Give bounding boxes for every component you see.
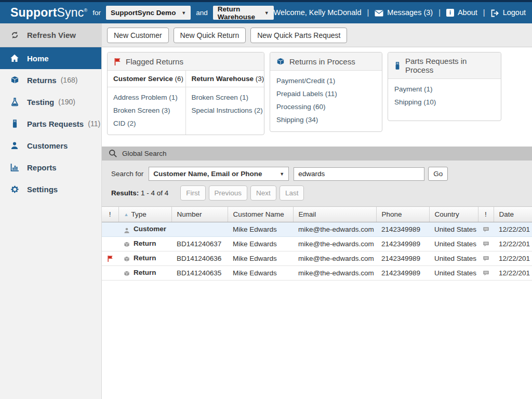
comment-icon — [478, 251, 494, 266]
col-comment[interactable]: ! — [478, 207, 494, 222]
row-type-cell: Return — [118, 266, 171, 281]
col-date[interactable]: Date — [494, 207, 532, 222]
rip-item[interactable]: Prepaid Labels (11) — [276, 87, 376, 100]
global-search-header: Global Search — [102, 147, 532, 161]
sidebar-item-testing[interactable]: Testing (190) — [0, 91, 101, 113]
prip-item[interactable]: Payment (1) — [394, 83, 495, 96]
chevron-down-icon: ▼ — [181, 10, 186, 16]
search-type-select[interactable]: Customer Name, Email or Phone ▼ — [149, 167, 289, 181]
row-email-cell: mike@the-edwards.com — [293, 266, 376, 281]
row-date-cell: 12/22/201 — [494, 237, 532, 251]
pager-previous-button[interactable]: Previous — [209, 185, 248, 201]
sidebar-item-reports[interactable]: Reports — [0, 156, 101, 178]
pager-last-button[interactable]: Last — [280, 185, 304, 201]
prip-item[interactable]: Shipping (10) — [394, 96, 495, 109]
app-logo: SupportSync® — [10, 6, 87, 20]
new-quick-parts-request-button[interactable]: New Quick Parts Request — [250, 28, 347, 43]
go-button[interactable]: Go — [428, 167, 448, 181]
table-row[interactable]: Customer Mike Edwards mike@the-edwards.c… — [102, 222, 532, 237]
tab-return-warehouse[interactable]: Return Warehouse (3) — [186, 71, 264, 87]
table-header-row: ! ▲Type Number Customer Name Email Phone… — [102, 207, 532, 222]
row-phone-cell: 2142349989 — [376, 222, 429, 237]
row-type-cell: Return — [118, 237, 171, 251]
flask-icon — [9, 98, 20, 107]
cube-icon — [276, 57, 285, 66]
col-type[interactable]: ▲Type — [118, 207, 171, 222]
col-phone[interactable]: Phone — [376, 207, 429, 222]
sidebar: Refresh View Home Returns (168) Testing … — [0, 23, 102, 399]
flagged-rw-item[interactable]: Broken Screen (1) — [192, 91, 259, 104]
sidebar-item-refresh-view[interactable]: Refresh View — [0, 23, 101, 47]
action-toolbar: New Customer New Quick Return New Quick … — [102, 23, 532, 47]
usb-icon — [9, 119, 20, 128]
returns-in-process-header: Returns in Process — [270, 52, 382, 71]
table-row[interactable]: Return BD141240636 Mike Edwards mike@the… — [102, 251, 532, 266]
top-bar: SupportSync® for SupportSync Demo ▼ and … — [0, 0, 532, 23]
separator: | — [438, 8, 441, 17]
info-icon: i — [446, 9, 454, 17]
col-number[interactable]: Number — [171, 207, 228, 222]
comment-icon — [478, 237, 494, 251]
row-country-cell: United States — [429, 237, 478, 251]
new-customer-button[interactable]: New Customer — [107, 28, 169, 43]
sidebar-item-returns[interactable]: Returns (168) — [0, 69, 101, 91]
comment-icon — [478, 222, 494, 237]
global-search-form: Search for Customer Name, Email or Phone… — [102, 161, 532, 206]
col-flag[interactable]: ! — [102, 207, 118, 222]
welcome-text: Welcome, Kelly McDonald — [274, 8, 362, 17]
and-label: and — [196, 9, 208, 17]
person-icon — [9, 141, 20, 150]
logout-link[interactable]: Logout — [491, 8, 526, 17]
rip-item[interactable]: Shipping (34) — [276, 113, 376, 126]
row-number-cell: BD141240635 — [171, 266, 228, 281]
col-customer-name[interactable]: Customer Name — [228, 207, 293, 222]
refresh-icon — [9, 31, 20, 39]
person-icon — [124, 226, 130, 234]
flag-icon — [114, 57, 121, 66]
for-label: for — [92, 9, 101, 17]
search-icon — [109, 149, 117, 158]
tab-customer-service[interactable]: Customer Service (6) — [108, 71, 186, 87]
messages-link[interactable]: Messages (3) — [375, 8, 433, 17]
row-date-cell: 12/22/201 — [494, 251, 532, 266]
row-phone-cell: 2142349989 — [376, 237, 429, 251]
flagged-cs-item[interactable]: CID (2) — [113, 117, 180, 130]
row-phone-cell: 2142349989 — [376, 266, 429, 281]
bar-chart-icon — [9, 163, 20, 171]
sidebar-item-settings[interactable]: Settings — [0, 178, 101, 200]
flagged-cs-item[interactable]: Address Problem (1) — [113, 91, 180, 104]
search-input[interactable] — [294, 167, 424, 181]
sidebar-item-home[interactable]: Home — [0, 47, 101, 69]
pager-next-button[interactable]: Next — [250, 185, 276, 201]
cube-icon — [124, 270, 130, 277]
flagged-cs-item[interactable]: Broken Screen (3) — [113, 104, 180, 117]
row-email-cell: mike@the-edwards.com — [293, 251, 376, 266]
logout-icon — [491, 8, 499, 17]
team-select[interactable]: Return Warehouse ▼ — [213, 6, 274, 20]
rip-item[interactable]: Processing (60) — [276, 100, 376, 113]
search-results-table: ! ▲Type Number Customer Name Email Phone… — [102, 206, 532, 281]
new-quick-return-button[interactable]: New Quick Return — [174, 28, 246, 43]
parts-requests-in-process-header: Parts Requests in Process — [388, 52, 501, 79]
col-email[interactable]: Email — [293, 207, 376, 222]
pager-first-button[interactable]: First — [180, 185, 205, 201]
table-row[interactable]: Return BD141240637 Mike Edwards mike@the… — [102, 237, 532, 251]
row-number-cell: BD141240637 — [171, 237, 228, 251]
sidebar-item-customers[interactable]: Customers — [0, 135, 101, 156]
separator: | — [367, 8, 369, 17]
about-link[interactable]: i About — [446, 8, 477, 17]
row-number-cell — [171, 222, 228, 237]
gear-icon — [9, 185, 20, 194]
col-country[interactable]: Country — [429, 207, 478, 222]
company-select[interactable]: SupportSync Demo ▼ — [106, 6, 191, 20]
row-phone-cell: 2142349989 — [376, 251, 429, 266]
flag-icon — [102, 251, 118, 266]
row-flag-cell — [102, 266, 118, 281]
flagged-rw-item[interactable]: Special Instructions (2) — [192, 104, 259, 117]
sidebar-item-parts-requests[interactable]: Parts Requests (11) — [0, 113, 101, 135]
row-email-cell: mike@the-edwards.com — [293, 237, 376, 251]
rip-item[interactable]: Payment/Credit (1) — [276, 74, 376, 87]
sort-asc-icon: ▲ — [124, 212, 129, 217]
table-row[interactable]: Return BD141240635 Mike Edwards mike@the… — [102, 266, 532, 281]
chevron-down-icon: ▼ — [264, 10, 269, 16]
